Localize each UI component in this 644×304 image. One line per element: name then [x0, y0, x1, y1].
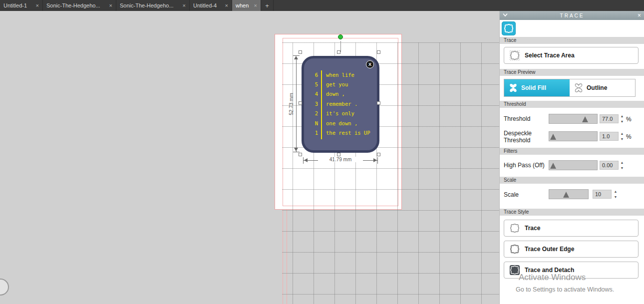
- row-number: N: [304, 120, 318, 126]
- height-dimension-line: [296, 57, 297, 152]
- design-close-badge[interactable]: X: [366, 60, 374, 68]
- trace-preview-toggle: Solid Fill Outline: [504, 79, 636, 97]
- trace-button[interactable]: Trace: [504, 220, 639, 237]
- section-header-trace: Trace: [500, 37, 644, 44]
- high-pass-slider-handle[interactable]: [550, 163, 556, 169]
- row-number: 3: [304, 101, 318, 107]
- butterfly-outline-icon: [574, 83, 584, 93]
- row-number: 6: [304, 72, 318, 78]
- width-dimension-label: 41.79 mm: [318, 157, 363, 162]
- tab-label: Sonic-The-Hedgeho...: [120, 2, 174, 8]
- panel-close-icon[interactable]: ×: [638, 11, 641, 19]
- panel-collapse-chevron-icon[interactable]: [503, 13, 508, 17]
- arrow-left-icon: [304, 158, 308, 162]
- high-pass-label: High Pass (Off): [504, 162, 545, 169]
- row-text: when life: [326, 72, 354, 78]
- row-number: 4: [304, 91, 318, 97]
- row-text: the rest is UP: [326, 130, 370, 136]
- stepper-up-icon[interactable]: ▲: [621, 131, 624, 136]
- selected-design-object[interactable]: 6when life 5get you 4down , 3remember . …: [302, 56, 379, 153]
- tab-close-icon[interactable]: ×: [183, 2, 186, 8]
- button-label: Solid Fill: [521, 84, 546, 91]
- row-text: remember .: [326, 101, 357, 107]
- stepper-up-icon[interactable]: ▲: [614, 189, 618, 194]
- select-trace-area-button[interactable]: Select Trace Area: [504, 47, 639, 64]
- row-number: 1: [304, 130, 318, 136]
- despeckle-slider[interactable]: [549, 131, 598, 141]
- threshold-stepper[interactable]: ▲ ▼: [620, 114, 625, 124]
- tab-close-icon[interactable]: ×: [254, 2, 257, 8]
- new-tab-button[interactable]: +: [261, 0, 274, 11]
- threshold-slider-handle[interactable]: [582, 116, 588, 122]
- trace-tool-icon[interactable]: [502, 21, 516, 35]
- section-header-filters: Filters: [500, 148, 644, 155]
- activate-windows-watermark: Activate Windows: [519, 273, 586, 283]
- stepper-down-icon[interactable]: ▼: [614, 195, 618, 199]
- high-pass-slider[interactable]: [549, 160, 598, 170]
- trace-outer-edge-button[interactable]: Trace Outer Edge: [504, 241, 639, 258]
- height-dimension-label: 52.73 mm: [289, 89, 294, 119]
- threshold-unit: %: [626, 116, 632, 123]
- trace-panel: TRACE × Trace Select Trace Area Trace Pr…: [499, 11, 644, 304]
- selection-handle-bottom-left[interactable]: [299, 153, 302, 156]
- stepper-up-icon[interactable]: ▲: [621, 160, 624, 165]
- design-text-row: 1the rest is UP: [304, 128, 377, 137]
- arrow-right-icon: [373, 158, 377, 162]
- dimension-cap: [303, 157, 304, 164]
- section-header-trace-style: Trace Style: [500, 209, 644, 216]
- row-text: it's only: [326, 110, 354, 116]
- selection-handle-top-right[interactable]: [377, 50, 380, 54]
- section-header-threshold: Threshold: [500, 101, 644, 108]
- high-pass-value-input[interactable]: [600, 161, 619, 170]
- rotation-handle-line: [340, 41, 341, 52]
- design-text-row: 5get you: [304, 79, 377, 89]
- scale-stepper[interactable]: ▲ ▼: [613, 189, 618, 199]
- scale-slider-handle[interactable]: [563, 192, 569, 198]
- row-text: get you: [326, 81, 348, 87]
- tab-close-icon[interactable]: ×: [225, 2, 228, 8]
- despeckle-value-input[interactable]: [600, 132, 619, 141]
- despeckle-unit: %: [626, 133, 632, 140]
- tab-label: Sonic-The-Hedgeho...: [46, 2, 100, 8]
- despeckle-stepper[interactable]: ▲ ▼: [620, 131, 625, 141]
- tab-untitled-4[interactable]: Untitled-4 ×: [190, 0, 232, 11]
- stepper-up-icon[interactable]: ▲: [621, 114, 624, 118]
- selection-handle-bottom-center[interactable]: [337, 153, 340, 156]
- tab-close-icon[interactable]: ×: [36, 2, 39, 8]
- button-label: Trace Outer Edge: [525, 246, 574, 253]
- scale-value-input[interactable]: [593, 190, 612, 199]
- button-label: Select Trace Area: [525, 52, 575, 59]
- tab-sonic-1[interactable]: Sonic-The-Hedgeho... ×: [43, 0, 116, 11]
- tab-untitled-1[interactable]: Untitled-1 ×: [0, 0, 43, 11]
- tab-close-icon[interactable]: ×: [109, 2, 112, 8]
- dimension-cap: [293, 152, 300, 152]
- activate-windows-subtext: Go to Settings to activate Windows.: [516, 286, 614, 293]
- design-text-row: 2it's only: [304, 109, 377, 118]
- rotation-handle[interactable]: [338, 34, 343, 39]
- threshold-value-input[interactable]: [600, 114, 619, 123]
- selection-handle-mid-right[interactable]: [377, 101, 380, 105]
- design-text-block: 6when life 5get you 4down , 3remember . …: [304, 70, 377, 138]
- tab-when-active[interactable]: when ×: [232, 0, 261, 11]
- solid-fill-button[interactable]: Solid Fill: [504, 79, 570, 96]
- selection-handle-bottom-right[interactable]: [377, 153, 380, 156]
- selection-handle-top-center[interactable]: [337, 50, 340, 54]
- button-label: Outline: [587, 84, 607, 91]
- despeckle-slider-handle[interactable]: [550, 134, 556, 140]
- row-text: down ,: [326, 91, 345, 97]
- stepper-down-icon[interactable]: ▼: [621, 119, 624, 124]
- corner-tool-button[interactable]: [0, 279, 9, 296]
- stepper-down-icon[interactable]: ▼: [621, 137, 624, 141]
- selection-handle-top-left[interactable]: [299, 50, 302, 54]
- tab-sonic-2[interactable]: Sonic-The-Hedgeho... ×: [116, 0, 190, 11]
- stepper-down-icon[interactable]: ▼: [621, 166, 624, 170]
- design-text-row: 4down ,: [304, 89, 377, 99]
- arrow-up-icon: [294, 56, 298, 59]
- selection-handle-mid-left[interactable]: [299, 101, 302, 105]
- threshold-slider[interactable]: [549, 114, 598, 124]
- dimension-cap: [377, 157, 378, 164]
- row-text: one down ,: [326, 120, 357, 126]
- outline-button[interactable]: Outline: [570, 79, 635, 96]
- scale-slider[interactable]: [549, 189, 589, 199]
- high-pass-stepper[interactable]: ▲ ▼: [620, 160, 625, 170]
